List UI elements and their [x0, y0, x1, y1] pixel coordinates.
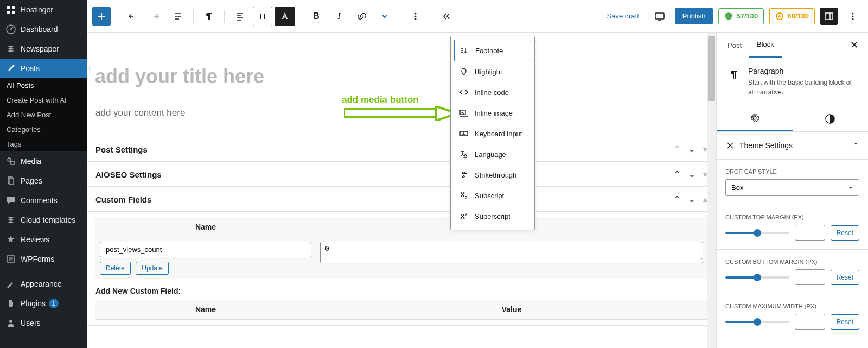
tab-styles-icon[interactable] — [793, 106, 869, 131]
publish-button[interactable]: Publish — [675, 8, 713, 24]
sidebar-item-cloud-templates[interactable]: Cloud templates — [0, 210, 87, 230]
menu-item-superscript[interactable]: X2 Superscript — [454, 206, 531, 226]
drop-cap-select[interactable]: Box — [725, 179, 859, 196]
block-name: Paragraph — [748, 67, 859, 75]
chevron-up-icon[interactable]: ⌃ — [853, 141, 859, 150]
delete-button[interactable]: Delete — [100, 262, 131, 275]
more-options-button[interactable] — [843, 7, 863, 26]
tab-block[interactable]: Block — [749, 33, 782, 58]
media-icon — [5, 156, 16, 167]
theme-settings-header[interactable]: Theme Settings ⌃ — [725, 141, 859, 150]
chevron-up-icon[interactable]: ⌃ — [674, 194, 681, 204]
reset-button[interactable]: Reset — [831, 270, 859, 285]
sub-add-new[interactable]: Add New Post — [0, 107, 87, 122]
svg-rect-21 — [460, 110, 465, 115]
menu-item-highlight[interactable]: Highlight — [454, 61, 531, 82]
more-rich-text-button[interactable] — [375, 7, 394, 26]
sidebar-item-users[interactable]: Users — [0, 313, 87, 333]
chevron-up-icon[interactable]: ⌃ — [674, 144, 681, 154]
max-width-input[interactable] — [795, 314, 825, 330]
sub-all-posts[interactable]: All Posts — [0, 78, 87, 93]
text-color-button[interactable] — [275, 7, 295, 26]
tab-post[interactable]: Post — [720, 34, 749, 57]
menu-item-inline-image[interactable]: Inline image — [454, 103, 531, 123]
menu-item-footnote[interactable]: Footnote — [454, 40, 531, 61]
options-button[interactable] — [406, 7, 425, 26]
top-margin-slider[interactable] — [725, 232, 789, 234]
menu-label: Subscript — [475, 192, 504, 200]
sidebar-label: Users — [21, 319, 41, 327]
sidebar-item-plugins[interactable]: Plugins 1 — [0, 294, 87, 313]
sidebar-item-posts[interactable]: Posts — [0, 59, 87, 78]
italic-button[interactable]: I — [329, 7, 349, 26]
cf-name-input[interactable] — [100, 242, 311, 257]
max-width-slider[interactable] — [725, 321, 789, 323]
sub-categories[interactable]: Categories — [0, 122, 87, 137]
svg-rect-3 — [11, 161, 14, 164]
reset-button[interactable]: Reset — [831, 225, 859, 241]
plugins-icon — [5, 298, 16, 309]
document-overview-button[interactable] — [168, 7, 188, 26]
sidebar-label: Cloud templates — [21, 216, 75, 224]
sub-create-ai[interactable]: Create Post with AI — [0, 93, 87, 107]
block-inserter-button[interactable] — [92, 7, 111, 26]
top-toolbar: B I Save draft Publish 57/100 68/100 — [87, 0, 868, 33]
menu-item-strikethrough[interactable]: Strikethrough — [454, 164, 531, 185]
link-button[interactable] — [352, 7, 372, 26]
keyboard-icon — [458, 128, 469, 139]
scrollbar-thumb[interactable] — [708, 36, 715, 101]
settings-sidebar-toggle[interactable] — [820, 8, 838, 25]
custom-fields-panel[interactable]: Custom Fields ⌃ ⌄ ▴ — [87, 187, 716, 212]
sidebar-item-comments[interactable]: Comments — [0, 191, 87, 210]
update-button[interactable]: Update — [136, 262, 169, 275]
align-button[interactable] — [230, 7, 250, 26]
menu-item-keyboard[interactable]: Keyboard input — [454, 123, 531, 144]
editor-canvas[interactable]: add your title here add media button add… — [87, 33, 716, 348]
redo-button[interactable] — [145, 7, 165, 26]
top-margin-input[interactable] — [795, 225, 825, 241]
tab-settings-icon[interactable] — [717, 106, 793, 131]
post-settings-panel[interactable]: Post Settings ⌃ ⌄ ▾ — [87, 137, 716, 162]
sidebar-item-reviews[interactable]: Reviews — [0, 230, 87, 249]
sidebar-label: Reviews — [21, 235, 49, 244]
menu-item-inline-code[interactable]: Inline code — [454, 82, 531, 103]
sidebar-item-wpforms[interactable]: WPForms — [0, 249, 87, 269]
svg-rect-9 — [264, 14, 265, 19]
strikethrough-icon — [458, 169, 469, 180]
sidebar-item-media[interactable]: Media — [0, 151, 87, 171]
sub-tags[interactable]: Tags — [0, 137, 87, 151]
scrollbar[interactable] — [707, 33, 716, 348]
footnote-icon — [459, 45, 470, 56]
chevron-down-icon[interactable]: ⌄ — [688, 194, 695, 204]
bottom-margin-input[interactable] — [795, 269, 825, 285]
panel-title: Custom Fields — [95, 195, 151, 204]
svg-point-17 — [852, 12, 854, 14]
sidebar-item-pages[interactable]: Pages — [0, 171, 87, 191]
bold-button[interactable]: B — [307, 7, 326, 26]
chevron-up-icon[interactable]: ⌃ — [674, 169, 681, 179]
preview-button[interactable] — [650, 7, 669, 26]
paragraph-icon[interactable] — [199, 7, 219, 26]
chevron-down-icon[interactable]: ⌄ — [688, 144, 695, 154]
undo-button[interactable] — [123, 7, 142, 26]
sidebar-item-newspaper[interactable]: Newspaper — [0, 39, 87, 59]
columns-button[interactable] — [253, 7, 272, 26]
menu-item-subscript[interactable]: X2 Subscript — [454, 185, 531, 206]
cf-value-input[interactable]: 0 — [320, 242, 703, 263]
menu-item-language[interactable]: Language — [454, 144, 531, 164]
pages-icon — [5, 175, 16, 186]
svg-point-1 — [10, 29, 12, 30]
sidebar-item-appearance[interactable]: Appearance — [0, 274, 87, 294]
seo-score-2[interactable]: 68/100 — [769, 8, 815, 24]
chevron-down-icon[interactable]: ⌄ — [688, 169, 695, 179]
bottom-margin-slider[interactable] — [725, 276, 789, 279]
seo-score-1[interactable]: 57/100 — [718, 8, 764, 24]
close-sidebar-button[interactable]: ✕ — [844, 34, 865, 56]
brand[interactable]: Hostinger — [0, 0, 87, 20]
aioseo-panel[interactable]: AIOSEO Settings ⌃ ⌄ ▾ — [87, 162, 716, 187]
collapse-button[interactable] — [437, 7, 456, 26]
post-title-input[interactable]: add your title here — [87, 65, 716, 88]
save-draft-button[interactable]: Save draft — [602, 8, 644, 24]
sidebar-item-dashboard[interactable]: Dashboard — [0, 20, 87, 39]
reset-button[interactable]: Reset — [831, 314, 859, 330]
